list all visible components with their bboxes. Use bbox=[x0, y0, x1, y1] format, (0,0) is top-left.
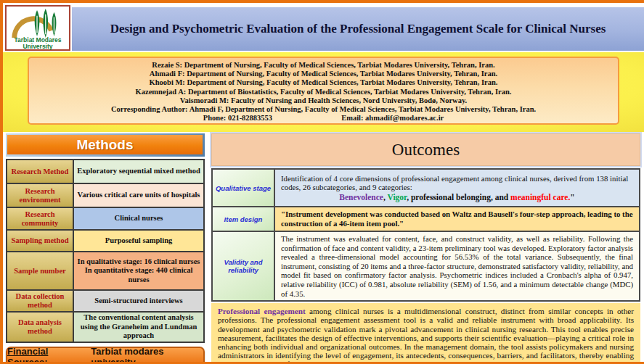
email-text: Email: ahmadif@modares.ac.ir bbox=[341, 114, 444, 123]
table-row: Research community Clinical nurses bbox=[7, 207, 204, 230]
financial-sources-label: Financial Sources: bbox=[7, 346, 86, 364]
methods-panel: Methods Research Method Exploratory sequ… bbox=[6, 133, 205, 364]
phone-text: Phone: 021-82883553 bbox=[203, 114, 272, 123]
logo-text: Tarbiat Modares University bbox=[14, 37, 61, 49]
authors-box: Rezaie S: Department of Nursing, Faculty… bbox=[28, 57, 619, 125]
main-content: Methods Research Method Exploratory sequ… bbox=[3, 132, 644, 364]
financial-sources-box: Financial Sources:Tarbiat modares univer… bbox=[6, 347, 205, 364]
category-meaningful-care: meaningful care. bbox=[510, 193, 570, 202]
outcomes-header: Outcomes bbox=[211, 133, 640, 166]
category-benevolence: Benevolence bbox=[339, 193, 383, 202]
logo-line2: University bbox=[14, 44, 61, 50]
table-row: Research environment Various critical ca… bbox=[7, 183, 204, 207]
method-row-value: In qualitative stage: 16 clinical nurses… bbox=[73, 252, 204, 290]
closing-quote: " bbox=[570, 193, 574, 202]
outcome-row-label: Qualitative stage bbox=[212, 169, 274, 207]
methods-header-frame: Methods bbox=[6, 133, 205, 157]
author-line: Corresponding Author: Ahmadi F, Departme… bbox=[29, 105, 618, 114]
methods-table: Research Method Exploratory sequential m… bbox=[6, 159, 205, 343]
table-row: Qualitative stage Identification of 4 co… bbox=[212, 169, 640, 207]
method-row-label: Data analysis method bbox=[7, 312, 73, 342]
author-line: Vaismoradi M: Faculty of Nursing and Hea… bbox=[29, 96, 618, 105]
conclusion-paragraph: Professional engagement among clinical n… bbox=[211, 303, 640, 364]
method-row-value: Various critical care units of hospitals bbox=[73, 183, 204, 207]
conclusion-text: among clinical nurses is a multidimensio… bbox=[218, 307, 634, 364]
method-row-label: Sampling method bbox=[7, 230, 73, 252]
method-row-label: Research environment bbox=[7, 183, 73, 207]
qualitative-stage-cell: Identification of 4 core dimensions of p… bbox=[274, 169, 640, 207]
conclusion-lead: Professional engagement bbox=[218, 307, 306, 315]
table-row: Validity and reliability The instrument … bbox=[212, 231, 640, 301]
table-row: Sample number In qualitative stage: 16 c… bbox=[7, 252, 204, 290]
university-logo: Tarbiat Modares University bbox=[5, 5, 70, 51]
contact-line: Phone: 021-82883553 Email: ahmadif@modar… bbox=[29, 114, 618, 123]
method-row-value: Exploratory sequential mixed method bbox=[73, 160, 204, 183]
validity-reliability-cell: The instrument was evaluated for content… bbox=[274, 231, 640, 301]
table-row: Data collection method Semi-structured i… bbox=[7, 290, 204, 312]
table-row: Sampling method Purposeful sampling bbox=[7, 230, 204, 252]
poster-title: Design and Psychometric Evaluation of th… bbox=[96, 22, 621, 36]
author-line: Ahmadi F: Department of Nursing, Faculty… bbox=[29, 70, 618, 78]
outcome-row-label: Item design bbox=[212, 207, 274, 231]
methods-header: Methods bbox=[7, 135, 203, 154]
method-row-value: Semi-structured interviews bbox=[73, 290, 204, 312]
outcomes-table: Qualitative stage Identification of 4 co… bbox=[211, 168, 640, 302]
method-row-label: Research community bbox=[7, 207, 73, 230]
method-row-value: The conventional content analysis using … bbox=[73, 312, 204, 342]
method-row-value: Clinical nurses bbox=[73, 207, 204, 230]
author-line: Khoobi M: Department of Nursing, Faculty… bbox=[29, 78, 618, 87]
method-row-value: Purposeful sampling bbox=[73, 230, 204, 252]
poster: Tarbiat Modares University Design and Ps… bbox=[0, 0, 644, 364]
outcome-row-label: Validity and reliability bbox=[212, 231, 274, 301]
categories-line: Benevolence, Vigor, professional belongi… bbox=[281, 193, 633, 202]
author-line: Rezaie S: Department of Nursing, Faculty… bbox=[29, 61, 618, 70]
logo-graphic bbox=[7, 7, 68, 38]
table-row: Research Method Exploratory sequential m… bbox=[7, 160, 204, 183]
item-design-cell: "Instrument development was conducted ba… bbox=[274, 207, 640, 231]
table-row: Data analysis method The conventional co… bbox=[7, 312, 204, 342]
method-row-label: Sample number bbox=[7, 252, 73, 290]
category-vigor: Vigor bbox=[388, 193, 407, 202]
category-separator: , professional belonging, and bbox=[407, 193, 510, 202]
outcomes-panel: Outcomes Qualitative stage Identificatio… bbox=[211, 133, 640, 364]
poster-title-bar: Design and Psychometric Evaluation of th… bbox=[72, 7, 644, 51]
author-line: Kazemnejad A: Department of Biostatistic… bbox=[29, 88, 618, 96]
qualitative-text: Identification of 4 core dimensions of p… bbox=[281, 174, 633, 192]
header-band: Tarbiat Modares University Design and Ps… bbox=[3, 3, 644, 52]
financial-sources-value: Tarbiat modares university bbox=[91, 346, 203, 364]
method-row-label: Data collection method bbox=[7, 290, 73, 312]
method-row-label: Research Method bbox=[7, 160, 73, 183]
authors-band: Rezaie S: Department of Nursing, Faculty… bbox=[3, 52, 644, 132]
table-row: Item design "Instrument development was … bbox=[212, 207, 640, 231]
